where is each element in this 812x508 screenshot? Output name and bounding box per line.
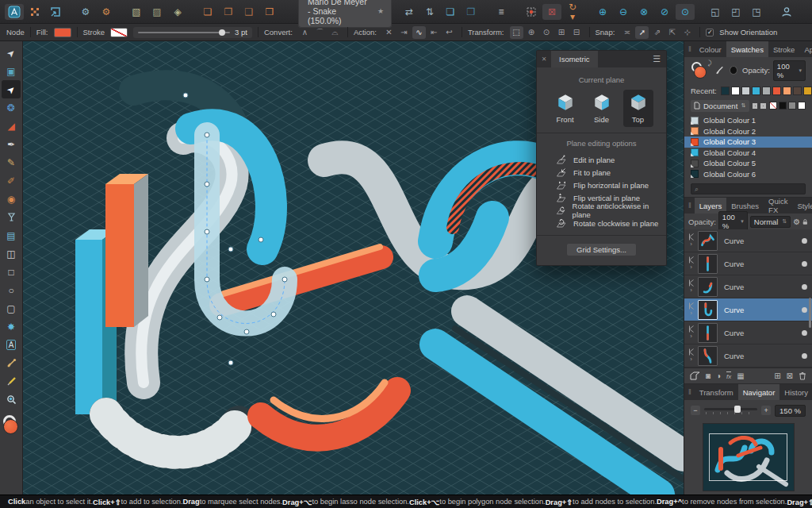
swatch-view-list-icon[interactable] xyxy=(760,103,766,109)
canvas[interactable]: ✕ Isometric ☰ Current plane Front Side T… xyxy=(23,41,684,495)
global-colour-item[interactable]: Global Colour 4 xyxy=(684,148,812,159)
action-reverse-icon[interactable]: ↩ xyxy=(442,26,456,39)
recent-swatch-3[interactable] xyxy=(741,87,750,95)
blend-mode-dropdown[interactable]: Normal ⇅ xyxy=(750,216,791,228)
expand-chevron-icon[interactable]: › xyxy=(690,356,692,363)
quick-swatch-3[interactable] xyxy=(788,102,796,110)
text-tool[interactable]: A xyxy=(2,336,21,354)
plane-side-button[interactable]: Side xyxy=(587,90,617,127)
zoom-slider-knob[interactable] xyxy=(734,406,741,413)
recent-swatch-8[interactable] xyxy=(793,87,802,95)
plane-top-button[interactable]: Top xyxy=(623,90,653,127)
rectangle-tool[interactable]: □ xyxy=(2,263,21,281)
fill-stroke-wells[interactable]: ⤸ xyxy=(691,61,710,80)
isometric-panel-tab[interactable]: Isometric xyxy=(551,51,598,67)
convert-smooth-icon[interactable]: ⌒ xyxy=(313,26,327,39)
global-colour-item[interactable]: Global Colour 6 xyxy=(684,169,812,180)
boolean-add-icon[interactable]: ⊕ xyxy=(593,4,612,20)
transform-rotate-icon[interactable]: ⊟ xyxy=(570,26,584,39)
order-front-icon[interactable]: ❏ xyxy=(441,4,460,20)
layers-scrollbar[interactable] xyxy=(809,298,811,328)
layer-thumbnail[interactable] xyxy=(698,254,718,274)
grid-plane-alt-icon[interactable]: ▨ xyxy=(147,4,167,20)
action-join-icon[interactable]: ⇤ xyxy=(427,26,441,39)
adjustment-layer-icon[interactable]: ◑ xyxy=(716,371,721,380)
expand-chevron-icon[interactable]: › xyxy=(690,287,692,294)
transparency-tool[interactable] xyxy=(2,208,21,226)
rotation-icon[interactable]: ↻ ▾ xyxy=(563,4,582,20)
navigator-thumbnail[interactable] xyxy=(703,424,794,491)
vector-gear-icon[interactable]: ⚙ xyxy=(76,4,95,20)
colour-picker-icon[interactable] xyxy=(714,65,724,75)
navigator-tab-transform[interactable]: Transform xyxy=(695,384,738,400)
zoom-out-button[interactable]: − xyxy=(691,406,700,415)
pixel-gear-icon[interactable]: ⚙ xyxy=(97,4,116,20)
recent-swatch-9[interactable] xyxy=(803,87,812,95)
boolean-intersect-icon[interactable]: ⊗ xyxy=(634,4,653,20)
pencil-tool[interactable]: ✎ xyxy=(2,153,21,171)
vector-crop-tool[interactable]: ◫ xyxy=(2,244,21,263)
vector-brush-tool[interactable]: ✐ xyxy=(2,171,21,190)
account-icon[interactable] xyxy=(777,4,796,20)
corner-tool[interactable]: ◢ xyxy=(2,117,21,135)
iso-option-edit-in-plane[interactable]: Edit in plane xyxy=(543,153,660,166)
action-smooth-icon[interactable]: ∿ xyxy=(412,26,426,39)
lock-icon[interactable] xyxy=(802,217,808,226)
navigator-tab-navigator[interactable]: Navigator xyxy=(738,384,780,400)
expand-chevron-icon[interactable]: › xyxy=(690,241,692,248)
boolean-combine-icon[interactable]: ⊙ xyxy=(676,4,695,20)
expand-chevron-icon[interactable]: › xyxy=(690,264,692,271)
swatches-tab-appearance[interactable]: Appearance xyxy=(799,41,812,57)
active-colour-well[interactable] xyxy=(2,415,21,436)
snap-alignment-icon[interactable]: ⊹ xyxy=(680,26,694,39)
layer-thumbnail[interactable] xyxy=(698,300,718,320)
transform-scale-icon[interactable]: ⊞ xyxy=(555,26,569,39)
transform-origin-icon[interactable]: ⊕ xyxy=(525,26,538,39)
insert-inside-icon[interactable]: ◰ xyxy=(726,4,745,20)
recent-swatch-5[interactable] xyxy=(762,87,771,95)
opacity-dropdown[interactable]: 100 % ▾ xyxy=(773,60,806,81)
layer-visibility-dot[interactable] xyxy=(802,353,807,359)
style-picker-tool[interactable] xyxy=(2,372,21,391)
zoom-value[interactable]: 150 % xyxy=(775,405,806,417)
global-colour-item[interactable]: Global Colour 2 xyxy=(684,126,812,137)
node-tool[interactable]: ➤ xyxy=(2,80,21,98)
quick-swatch-4[interactable] xyxy=(798,102,806,110)
recent-swatch-7[interactable] xyxy=(783,87,791,95)
recent-swatch-2[interactable] xyxy=(731,87,740,95)
convert-smart-icon[interactable]: ⌓ xyxy=(328,26,342,39)
layer-thumbnail[interactable] xyxy=(698,231,718,251)
swap-colours-icon[interactable]: ⤸ xyxy=(708,60,712,67)
force-pixel-alignment-icon[interactable]: ⊠ xyxy=(542,4,561,20)
navigator-viewport-rect[interactable] xyxy=(709,433,787,481)
layer-visibility-dot[interactable] xyxy=(802,284,807,290)
panel-drag-handle-icon[interactable]: ‖ xyxy=(684,202,695,210)
flip-horizontal-icon[interactable]: ⇄ xyxy=(400,4,419,20)
panel-menu-icon[interactable]: ☰ xyxy=(647,54,666,64)
plane-front-button[interactable]: Front xyxy=(550,90,580,127)
arrange-front-icon[interactable]: ❏ xyxy=(198,4,217,20)
quick-swatch-2[interactable] xyxy=(779,102,787,110)
place-image-tool[interactable]: ▤ xyxy=(2,226,21,244)
insert-on-top-icon[interactable]: ◳ xyxy=(747,4,766,20)
layer-visibility-dot[interactable] xyxy=(802,261,807,267)
delete-layer-icon[interactable] xyxy=(799,371,806,380)
shape-tool[interactable]: ✸ xyxy=(2,318,21,336)
order-back-icon[interactable]: ❐ xyxy=(462,4,481,20)
global-colour-item[interactable]: Global Colour 1 xyxy=(684,115,812,126)
layers-tab-styles[interactable]: Styles xyxy=(792,198,812,214)
isometric-panel-header[interactable]: ✕ Isometric ☰ xyxy=(537,51,666,67)
close-icon[interactable]: ✕ xyxy=(537,56,551,63)
iso-option-rotate-anticlockwise-in-plane[interactable]: Rotate anticlockwise in plane xyxy=(543,204,660,217)
panel-drag-handle-icon[interactable]: ‖ xyxy=(684,388,695,396)
stroke-slider-knob[interactable] xyxy=(219,29,225,36)
grid-cube-icon[interactable]: ◈ xyxy=(168,4,187,20)
document-title-pill[interactable]: Mario De Meyer - Snake (150.0%) ★ xyxy=(298,0,392,28)
swatch-view-grid-icon[interactable] xyxy=(753,103,758,109)
iso-option-fit-to-plane[interactable]: Fit to plane xyxy=(543,166,660,179)
transform-bounds-icon[interactable]: ⬚ xyxy=(510,26,523,39)
swatches-tab-stroke[interactable]: Stroke xyxy=(768,41,799,57)
swatches-tab-swatches[interactable]: Swatches xyxy=(726,41,768,57)
edit-all-layers-icon[interactable] xyxy=(690,371,700,380)
layer-row[interactable]: › Curve xyxy=(684,252,812,275)
